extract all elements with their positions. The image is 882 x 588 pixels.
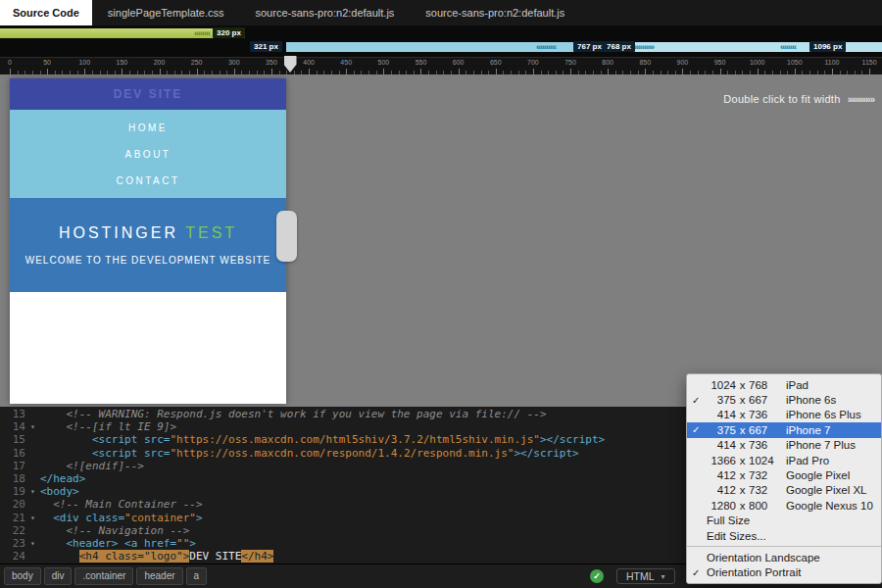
- ruler-tick: [249, 71, 250, 74]
- fold-arrow-icon[interactable]: ▾: [25, 512, 40, 524]
- ruler-tick: [622, 71, 623, 74]
- ruler-tick: [368, 71, 369, 74]
- ruler-tick-label: 1100: [824, 59, 839, 66]
- ruler[interactable]: 0501001502002503003504004505005506006507…: [0, 57, 882, 74]
- ruler-tick: [727, 71, 728, 74]
- ruler-tick: [705, 71, 706, 74]
- ruler-tick: [824, 71, 825, 74]
- device-height: 736: [749, 409, 786, 420]
- live-preview-page[interactable]: DEV SITE HOME ABOUT CONTACT HOSTINGER TE…: [10, 78, 286, 404]
- tab-source-sans-pro-n2-default-js[interactable]: source-sans-pro:n2:default.js: [239, 0, 410, 25]
- preview-nav-about[interactable]: ABOUT: [125, 149, 172, 160]
- line-number: 17: [0, 460, 25, 472]
- device-menu-item-google-nexus-10[interactable]: 1280x800Google Nexus 10: [687, 498, 881, 513]
- menu-item-label: Orientation Portrait: [707, 566, 802, 578]
- ruler-tick: [847, 71, 848, 74]
- ruler-tick: [47, 69, 48, 74]
- ruler-tick-label: 450: [340, 59, 352, 66]
- device-menu-item-full-size[interactable]: Full Size: [687, 514, 881, 528]
- ruler-tick: [473, 71, 474, 74]
- device-menu-item-orientation-landscape[interactable]: Orientation Landscape: [687, 550, 881, 564]
- device-menu-item-google-pixel[interactable]: 412x732Google Pixel: [687, 467, 881, 482]
- fit-width-chevrons-icon: »»»»»»: [848, 94, 874, 105]
- ruler-tick: [361, 71, 362, 74]
- device-height: 732: [749, 469, 786, 481]
- device-menu-item-ipad[interactable]: 1024x768iPad: [687, 377, 881, 392]
- tag-crumb-a[interactable]: a: [186, 567, 208, 585]
- ruler-tick: [62, 71, 63, 74]
- fold-arrow-icon[interactable]: ▾: [25, 537, 40, 550]
- tag-crumb-header[interactable]: header: [136, 567, 182, 585]
- device-menu-item-orientation-portrait[interactable]: ✓Orientation Portrait: [687, 565, 881, 580]
- device-menu-item-google-pixel-xl[interactable]: 412x732Google Pixel XL: [687, 483, 881, 498]
- lint-ok-icon[interactable]: ✓: [590, 569, 604, 583]
- ruler-tick: [758, 69, 759, 74]
- device-menu-item-ipad-pro[interactable]: 1366x1024iPad Pro: [687, 453, 881, 467]
- ruler-tick: [772, 71, 773, 74]
- ruler-tick-label: 500: [378, 59, 390, 66]
- device-height: 768: [749, 379, 786, 391]
- device-height: 1024: [749, 455, 786, 466]
- device-width: 412: [707, 469, 736, 481]
- device-size-x: x: [736, 455, 749, 466]
- check-icon: ✓: [687, 395, 707, 406]
- ruler-tick: [690, 71, 691, 74]
- ruler-tick: [204, 71, 205, 74]
- fold-gutter: [25, 460, 40, 472]
- tag-path: bodydiv.containerheadera: [4, 567, 207, 585]
- ruler-tick: [451, 71, 452, 74]
- preview-nav-home[interactable]: HOME: [128, 122, 168, 133]
- blue-bar-start-label: 321 px: [250, 41, 282, 52]
- device-menu-item-iphone-7[interactable]: ✓375x667iPhone 7: [687, 422, 881, 437]
- ruler-tick-label: 400: [303, 59, 315, 66]
- tab-source-sans-pro-n2-default-js[interactable]: source-sans-pro:n2:default.js: [410, 0, 580, 25]
- device-size-x: x: [736, 439, 749, 451]
- preview-hero-tagline: WELCOME TO THE DEVELOPMENT WEBSITE: [25, 255, 271, 266]
- language-mode-label: HTML: [626, 570, 655, 582]
- ruler-tick-label: 50: [43, 59, 51, 66]
- ruler-tick: [323, 71, 324, 74]
- preview-nav-contact[interactable]: CONTACT: [116, 175, 179, 186]
- ruler-tick: [667, 71, 668, 74]
- menu-item-label: Edit Sizes...: [707, 530, 766, 542]
- language-mode-dropdown[interactable]: HTML ▾: [616, 568, 675, 584]
- ruler-tick: [802, 71, 803, 74]
- ruler-tick: [645, 69, 646, 74]
- ruler-tick: [137, 71, 138, 74]
- ruler-tick: [511, 71, 512, 74]
- ruler-tick: [376, 71, 377, 74]
- preview-nav: HOME ABOUT CONTACT: [10, 110, 286, 198]
- check-icon: ✓: [687, 567, 707, 578]
- device-menu-item-iphone-6s-plus[interactable]: 414x736iPhone 6s Plus: [687, 408, 881, 422]
- fit-width-hint: Double click to fit width »»»»»»: [723, 93, 874, 105]
- device-menu-item-iphone-7-plus[interactable]: 414x736iPhone 7 Plus: [687, 438, 881, 453]
- ruler-tick: [787, 71, 788, 74]
- ruler-tick: [518, 71, 519, 74]
- tag-crumb-div[interactable]: div: [44, 567, 73, 585]
- tab-singlepagetemplate-css[interactable]: singlePageTemplate.css: [92, 0, 240, 25]
- tag-crumb-body[interactable]: body: [4, 567, 41, 585]
- device-name: iPhone 6s Plus: [786, 409, 881, 420]
- resize-grabber[interactable]: [276, 211, 297, 262]
- device-size-x: x: [736, 424, 749, 436]
- tab-source-code[interactable]: Source Code: [0, 0, 92, 25]
- preview-canvas[interactable]: Double click to fit width »»»»»» DEV SIT…: [0, 74, 882, 407]
- ruler-tick: [593, 71, 594, 74]
- ruler-tick-label: 350: [266, 59, 277, 66]
- device-menu-item-iphone-6s[interactable]: ✓375x667iPhone 6s: [687, 392, 881, 407]
- ruler-tick-label: 950: [714, 59, 726, 66]
- device-size-x: x: [736, 484, 749, 496]
- ruler-tick: [399, 71, 400, 74]
- ruler-tick: [630, 71, 631, 74]
- ruler-tick: [309, 69, 310, 74]
- device-width: 1280: [707, 500, 736, 512]
- tag-crumb-container[interactable]: .container: [74, 567, 133, 585]
- fold-arrow-icon[interactable]: ▾: [25, 420, 40, 433]
- line-number: 22: [0, 524, 25, 537]
- ruler-tick: [533, 69, 534, 74]
- line-number: 21: [0, 512, 25, 524]
- ruler-tick-label: 850: [639, 59, 651, 66]
- ruler-tick: [129, 71, 130, 74]
- device-menu-item-edit-sizes[interactable]: Edit Sizes...: [687, 528, 881, 543]
- fold-arrow-icon[interactable]: ▾: [25, 485, 40, 498]
